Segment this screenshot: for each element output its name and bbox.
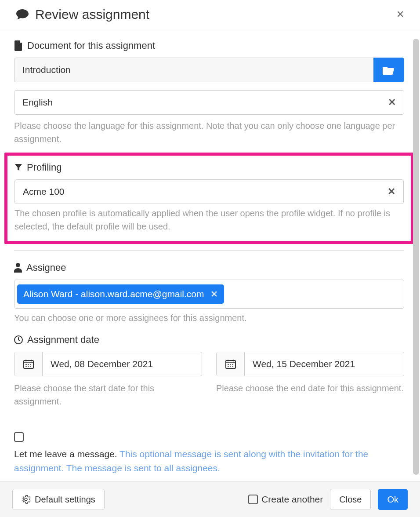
end-date-help: Please choose the end date for this assi… <box>216 382 404 395</box>
document-input[interactable]: Introduction <box>14 58 373 82</box>
profiling-section-highlight: Profiling Acme 100 ✕ The chosen profile … <box>4 153 414 244</box>
assignee-section-label: Assignee <box>14 262 404 273</box>
review-assignment-modal: Review assignment ✕ Document for this as… <box>0 0 420 517</box>
document-icon <box>14 40 23 51</box>
message-row: Let me leave a message. This optional me… <box>14 431 404 475</box>
message-checkbox[interactable] <box>14 432 24 442</box>
language-select[interactable]: English ✕ <box>14 90 404 115</box>
assignee-input[interactable]: Alison Ward - alison.ward.acme@gmail.com… <box>14 280 404 309</box>
assignee-chip-text: Alison Ward - alison.ward.acme@gmail.com <box>23 289 204 299</box>
close-button-label: Close <box>339 495 362 505</box>
end-date-input[interactable]: Wed, 15 December 2021 <box>216 352 404 376</box>
open-document-button[interactable] <box>373 58 404 82</box>
end-date-value: Wed, 15 December 2021 <box>245 352 404 376</box>
ok-button[interactable]: Ok <box>378 489 408 510</box>
date-section-label: Assignment date <box>14 334 404 346</box>
create-another-checkbox[interactable] <box>248 495 258 504</box>
close-icon[interactable]: ✕ <box>393 8 408 21</box>
modal-body: Document for this assignment Introductio… <box>0 30 420 481</box>
scrollbar[interactable] <box>413 39 419 475</box>
profiling-section-label: Profiling <box>14 162 404 173</box>
ok-button-label: Ok <box>387 495 398 505</box>
section-divider <box>14 250 404 251</box>
clear-language-icon[interactable]: ✕ <box>388 97 396 108</box>
folder-open-icon <box>383 65 395 75</box>
modal-footer: Default settings Create another Close Ok <box>0 481 420 517</box>
date-label-text: Assignment date <box>27 334 99 346</box>
language-help: Please choose the language for this assi… <box>14 119 404 146</box>
speech-bubble-icon <box>16 9 29 20</box>
remove-assignee-icon[interactable]: ✕ <box>210 289 218 299</box>
start-date-input[interactable]: Wed, 08 December 2021 <box>14 352 202 376</box>
default-settings-label: Default settings <box>35 495 95 505</box>
filter-icon <box>14 164 22 171</box>
language-value: English <box>22 97 53 108</box>
modal-title: Review assignment <box>35 7 149 22</box>
assignee-chip: Alison Ward - alison.ward.acme@gmail.com… <box>17 284 224 304</box>
calendar-icon <box>23 359 34 369</box>
close-button[interactable]: Close <box>330 489 371 510</box>
profiling-select[interactable]: Acme 100 ✕ <box>14 179 404 204</box>
user-icon <box>14 263 22 273</box>
clear-profiling-icon[interactable]: ✕ <box>387 186 395 197</box>
message-label: Let me leave a message. <box>14 449 117 459</box>
create-another-label: Create another <box>261 494 323 505</box>
document-label-text: Document for this assignment <box>27 40 155 51</box>
create-another-toggle[interactable]: Create another <box>248 494 323 505</box>
calendar-icon <box>225 359 236 369</box>
profiling-help: The chosen profile is automatically appl… <box>14 207 404 233</box>
assignee-help: You can choose one or more assignees for… <box>14 311 404 324</box>
document-value: Introduction <box>22 65 71 75</box>
document-section-label: Document for this assignment <box>14 40 404 51</box>
assignee-label-text: Assignee <box>26 262 66 273</box>
profiling-label-text: Profiling <box>27 162 62 173</box>
start-date-value: Wed, 08 December 2021 <box>43 352 202 376</box>
profiling-value: Acme 100 <box>23 186 65 197</box>
default-settings-button[interactable]: Default settings <box>12 489 105 510</box>
start-date-help: Please choose the start date for this as… <box>14 382 202 408</box>
modal-header: Review assignment ✕ <box>0 0 420 30</box>
gear-icon <box>22 495 30 504</box>
clock-icon <box>14 335 23 344</box>
